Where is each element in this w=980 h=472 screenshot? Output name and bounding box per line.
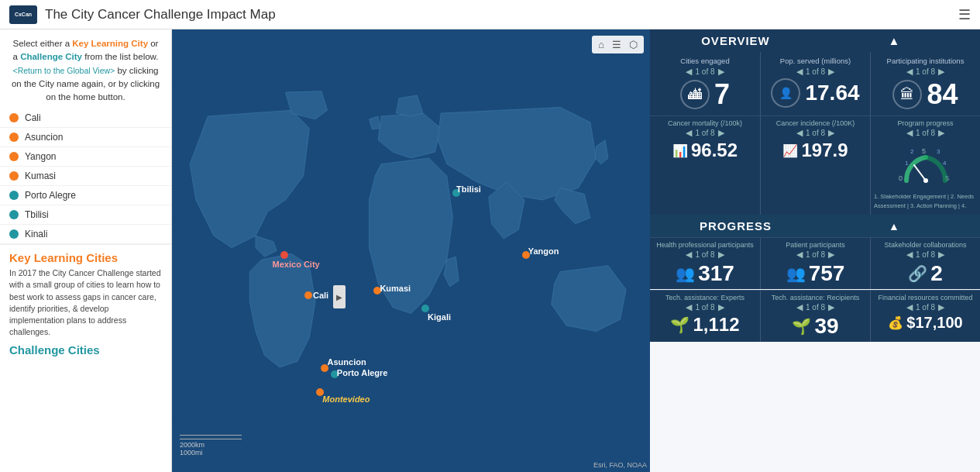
progress-section-header: PROGRESS ▲ xyxy=(650,215,980,237)
pop-next-btn[interactable]: ▶ xyxy=(828,67,834,77)
map-credit: Esri, FAO, NOAA xyxy=(593,461,647,469)
overview-toggle[interactable]: ▲ xyxy=(815,34,974,47)
map-city-kigali[interactable] xyxy=(421,305,429,312)
pp-prev-btn[interactable]: ◀ xyxy=(796,250,803,260)
cities-next-btn[interactable]: ▶ xyxy=(718,67,724,77)
pop-value-container: 👤 17.64 xyxy=(771,78,859,108)
scale-label-km: 2000km xyxy=(180,441,205,449)
map-city-asuncion[interactable] xyxy=(321,364,328,372)
hp-value-container: 👥 317 xyxy=(676,261,734,286)
part-icon: 🏛 xyxy=(892,80,922,109)
health-participants-cell: Health professional participants ◀ 1 of … xyxy=(650,238,760,289)
city-dot-teal xyxy=(9,210,19,219)
map-city-montevideo[interactable] xyxy=(316,388,324,396)
city-kumasi[interactable]: Kumasi xyxy=(0,167,171,186)
mortality-value: 96.52 xyxy=(691,140,738,161)
progress-toggle[interactable]: ▲ xyxy=(815,220,974,233)
hp-icon: 👥 xyxy=(676,264,695,283)
city-kinali[interactable]: Kinali xyxy=(0,225,171,244)
city-yangon[interactable]: Yangon xyxy=(0,147,171,167)
cancer-incidence-cell: Cancer incidence (/100K) ◀ 1 of 8 ▶ 📈 19… xyxy=(760,116,870,215)
sc-next-btn[interactable]: ▶ xyxy=(938,250,944,260)
map-city-tbilisi[interactable] xyxy=(452,189,460,197)
mortality-prev-btn[interactable]: ◀ xyxy=(686,128,692,138)
map-area[interactable]: Mexico City Cali Asuncion Porto Alegre M… xyxy=(172,29,650,472)
stakeholder-collab-cell: Stakeholder collaborations ◀ 1 of 8 ▶ 🔗 … xyxy=(870,238,980,289)
city-tbilisi[interactable]: Tbilisi xyxy=(0,205,171,225)
sc-label: Stakeholder collaborations xyxy=(884,241,966,249)
progress-label: Program progress xyxy=(897,119,953,127)
part-prev-btn[interactable]: ◀ xyxy=(906,67,913,77)
progress-nav: ◀ 1 of 8 ▶ xyxy=(906,128,944,138)
hp-prev-btn[interactable]: ◀ xyxy=(686,250,692,260)
tr-value-container: 🌱 39 xyxy=(792,314,838,339)
tr-prev-btn[interactable]: ◀ xyxy=(796,302,803,312)
fin-next-btn[interactable]: ▶ xyxy=(938,302,944,312)
mortality-nav: ◀ 1 of 8 ▶ xyxy=(686,128,724,138)
overview-row2: Cancer mortality (/100k) ◀ 1 of 8 ▶ 📊 96… xyxy=(650,115,980,215)
incidence-next-btn[interactable]: ▶ xyxy=(828,128,834,138)
te-label: Tech. assistance: Experts xyxy=(665,294,744,301)
progress-next-btn[interactable]: ▶ xyxy=(938,128,944,138)
return-link[interactable]: <Return to the Global View> xyxy=(13,66,115,75)
cancer-mortality-cell: Cancer mortality (/100k) ◀ 1 of 8 ▶ 📊 96… xyxy=(650,116,760,215)
mortality-label: Cancer mortality (/100k) xyxy=(668,119,742,127)
city-name: Yangon xyxy=(25,151,56,162)
city-dot-teal xyxy=(9,229,19,239)
city-cali[interactable]: Cali xyxy=(0,109,171,128)
health-participants-nav: ◀ 1 of 8 ▶ xyxy=(686,250,724,260)
pp-next-btn[interactable]: ▶ xyxy=(828,250,834,260)
tech-experts-cell: Tech. assistance: Experts ◀ 1 of 8 ▶ 🌱 1… xyxy=(650,291,760,342)
fin-nav: ◀ 1 of 8 ▶ xyxy=(906,302,944,312)
part-value: 84 xyxy=(927,78,958,111)
progress-prev-btn[interactable]: ◀ xyxy=(906,128,913,138)
city-name: Porto Alegre xyxy=(25,190,76,201)
part-next-btn[interactable]: ▶ xyxy=(938,67,944,77)
te-prev-btn[interactable]: ◀ xyxy=(686,302,692,312)
map-layers-button[interactable]: ⬡ xyxy=(627,38,640,51)
overview-title: OVERVIEW xyxy=(656,34,815,47)
sc-prev-btn[interactable]: ◀ xyxy=(906,250,913,260)
sidebar-scroll-arrow[interactable]: ▶ xyxy=(333,285,346,308)
cities-engaged-cell: Cities engaged ◀ 1 of 8 ▶ 🏙 7 xyxy=(650,52,760,115)
hp-next-btn[interactable]: ▶ xyxy=(718,250,724,260)
header: CxCan The City Cancer Challenge Impact M… xyxy=(0,0,980,29)
mortality-next-btn[interactable]: ▶ xyxy=(718,128,724,138)
kl-cities-desc: In 2017 the City Cancer Challenge starte… xyxy=(9,267,162,338)
fin-label: Financial resources committed xyxy=(878,294,972,301)
menu-icon[interactable]: ☰ xyxy=(958,6,971,23)
map-scale: 2000km 1000mi xyxy=(180,435,242,456)
hp-value: 317 xyxy=(698,261,734,286)
tr-value: 39 xyxy=(814,314,838,339)
map-city-yangon[interactable] xyxy=(522,251,530,259)
cities-value: 7 xyxy=(714,78,730,111)
tr-nav-text: 1 of 8 xyxy=(806,303,825,312)
te-value-container: 🌱 1,112 xyxy=(670,314,739,336)
map-city-portoalegre[interactable] xyxy=(331,370,339,378)
progress-legend: 1. Stakeholder Engagement | 2. Needs Ass… xyxy=(874,192,977,210)
fin-value: $17,100 xyxy=(906,314,962,332)
cities-prev-btn[interactable]: ◀ xyxy=(686,67,692,77)
tr-icon: 🌱 xyxy=(792,317,811,336)
te-next-btn[interactable]: ▶ xyxy=(718,302,724,312)
cities-value-container: 🏙 7 xyxy=(680,78,730,111)
map-list-button[interactable]: ☰ xyxy=(610,38,624,51)
patient-participants-cell: Patient participants ◀ 1 of 8 ▶ 👥 757 xyxy=(760,238,870,289)
svg-text:5: 5 xyxy=(922,147,926,155)
tr-next-btn[interactable]: ▶ xyxy=(828,302,834,312)
map-city-kumasi[interactable] xyxy=(373,287,381,295)
te-nav: ◀ 1 of 8 ▶ xyxy=(686,302,724,312)
city-porto-alegre[interactable]: Porto Alegre xyxy=(0,186,171,205)
fin-icon: 💰 xyxy=(888,315,903,330)
pop-prev-btn[interactable]: ◀ xyxy=(796,67,803,77)
map-city-cali[interactable] xyxy=(304,291,312,299)
patient-label: Patient participants xyxy=(786,241,845,249)
map-city-mexicocity[interactable] xyxy=(280,251,288,259)
progress-row2: Tech. assistance: Experts ◀ 1 of 8 ▶ 🌱 1… xyxy=(650,290,980,342)
city-asuncion[interactable]: Asuncion xyxy=(0,128,171,147)
pop-nav-text: 1 of 8 xyxy=(806,67,825,76)
map-home-button[interactable]: ⌂ xyxy=(596,38,607,51)
health-participants-label: Health professional participants xyxy=(656,241,754,249)
incidence-prev-btn[interactable]: ◀ xyxy=(796,128,803,138)
fin-prev-btn[interactable]: ◀ xyxy=(906,302,913,312)
